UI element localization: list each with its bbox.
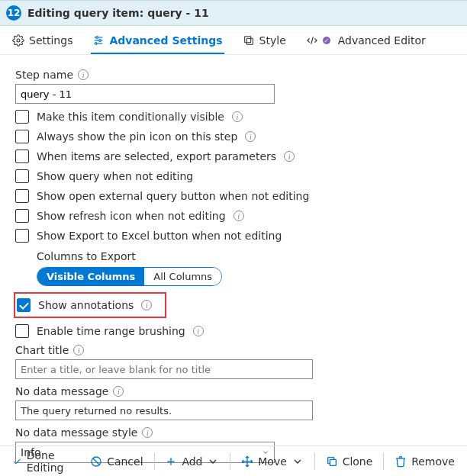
label-time-brushing: Enable time range brushing [37, 325, 185, 337]
info-icon[interactable]: i [193, 326, 204, 336]
label-pin-icon: Always show the pin icon on this step [37, 130, 237, 143]
trash-icon [395, 455, 407, 468]
separator [383, 453, 384, 470]
info-icon[interactable]: i [113, 386, 124, 397]
clone-icon [326, 455, 338, 468]
label-refresh-icon: Show refresh icon when not editing [37, 210, 226, 222]
chart-title-label: Chart title i [15, 344, 452, 356]
info-icon[interactable]: i [284, 151, 295, 162]
info-icon[interactable]: i [245, 131, 256, 142]
chart-title-input[interactable] [15, 359, 313, 379]
step-name-label-text: Step name [15, 69, 73, 81]
separator [314, 453, 315, 470]
move-icon [241, 455, 253, 468]
no-data-msg-label-text: No data message [15, 385, 108, 397]
tab-bar: Settings Advanced Settings Style ✓ Advan… [0, 26, 467, 55]
checkbox-export-params[interactable] [15, 150, 29, 163]
pill-all-columns[interactable]: All Columns [144, 268, 221, 285]
info-icon[interactable]: i [141, 300, 152, 310]
checkbox-time-brushing[interactable] [15, 324, 29, 338]
svg-point-0 [17, 39, 20, 42]
header-title: Editing query item: query - 11 [27, 7, 209, 19]
step-number-badge: 12 [6, 5, 21, 21]
footer-toolbar: Done Editing Cancel Add Move Clone Remov… [0, 445, 467, 476]
separator [154, 453, 155, 470]
label-show-query: Show query when not editing [37, 170, 193, 182]
svg-line-9 [311, 37, 313, 43]
checkbox-export-excel[interactable] [15, 229, 29, 243]
pill-visible-columns[interactable]: Visible Columns [37, 268, 144, 285]
status-dot-icon: ✓ [323, 37, 330, 44]
checkbox-show-annotations[interactable] [17, 298, 31, 312]
chart-title-label-text: Chart title [15, 344, 69, 356]
sliders-icon [92, 34, 105, 47]
checkbox-refresh-icon[interactable] [15, 209, 29, 223]
clone-label: Clone [343, 455, 373, 468]
chevron-down-icon [291, 455, 304, 468]
svg-point-4 [96, 37, 98, 39]
done-editing-button[interactable]: Done Editing [8, 446, 85, 477]
no-data-style-label-text: No data message style [15, 426, 137, 439]
step-name-label: Step name i [15, 69, 452, 81]
tab-settings-label: Settings [29, 34, 72, 47]
form-body: Step name i Make this item conditionally… [0, 55, 467, 466]
no-data-style-label: No data message style i [15, 426, 452, 439]
svg-rect-16 [330, 459, 336, 465]
annotation-highlight: Show annotations i [14, 292, 166, 318]
move-button[interactable]: Move [237, 452, 308, 471]
tab-settings[interactable]: Settings [11, 31, 74, 54]
info-icon[interactable]: i [234, 211, 244, 221]
info-icon[interactable]: i [78, 69, 89, 80]
checkbox-show-query[interactable] [15, 169, 29, 183]
tab-advanced-editor-label: Advanced Editor [338, 34, 426, 47]
tab-advanced-label: Advanced Settings [109, 34, 222, 47]
label-open-external: Show open external query button when not… [37, 190, 309, 202]
checkbox-conditional-visible[interactable] [15, 110, 29, 124]
check-icon [12, 455, 22, 468]
cancel-label: Cancel [107, 455, 143, 468]
add-label: Add [182, 455, 202, 468]
svg-point-6 [95, 43, 98, 45]
label-conditional-visible: Make this item conditionally visible [37, 111, 224, 123]
remove-button[interactable]: Remove [390, 452, 459, 471]
svg-point-5 [99, 40, 101, 42]
info-icon[interactable]: i [142, 427, 153, 438]
style-icon [243, 34, 255, 47]
remove-label: Remove [411, 455, 455, 468]
separator [230, 453, 230, 470]
step-name-input[interactable] [15, 84, 275, 104]
label-export-excel: Show Export to Excel button when not edi… [37, 230, 282, 242]
cancel-icon [90, 455, 102, 468]
clone-button[interactable]: Clone [321, 452, 378, 471]
tab-style[interactable]: Style [241, 31, 288, 54]
no-data-msg-label: No data message i [15, 385, 452, 397]
tab-style-label: Style [259, 34, 286, 47]
svg-rect-7 [244, 37, 250, 43]
gear-icon [12, 34, 24, 47]
code-icon [306, 34, 318, 47]
tab-advanced-editor[interactable]: ✓ Advanced Editor [304, 31, 427, 54]
svg-rect-8 [246, 38, 253, 44]
columns-export-label: Columns to Export [37, 250, 452, 262]
columns-export-toggle: Visible Columns All Columns [37, 267, 222, 286]
label-show-annotations: Show annotations [38, 299, 134, 311]
info-icon[interactable]: i [232, 111, 243, 122]
checkbox-pin-icon[interactable] [15, 130, 29, 143]
done-editing-label: Done Editing [27, 449, 81, 474]
info-icon[interactable]: i [73, 345, 84, 355]
svg-line-11 [93, 458, 99, 465]
plus-icon [165, 455, 177, 468]
cancel-button[interactable]: Cancel [85, 452, 147, 471]
label-export-params: When items are selected, export paramete… [37, 150, 276, 162]
editor-header: 12 Editing query item: query - 11 [0, 0, 467, 26]
move-label: Move [258, 455, 287, 468]
tab-advanced-settings[interactable]: Advanced Settings [91, 31, 224, 54]
add-button[interactable]: Add [160, 452, 224, 471]
chevron-down-icon [207, 455, 219, 468]
checkbox-open-external[interactable] [15, 189, 29, 203]
no-data-msg-input[interactable] [15, 400, 313, 420]
